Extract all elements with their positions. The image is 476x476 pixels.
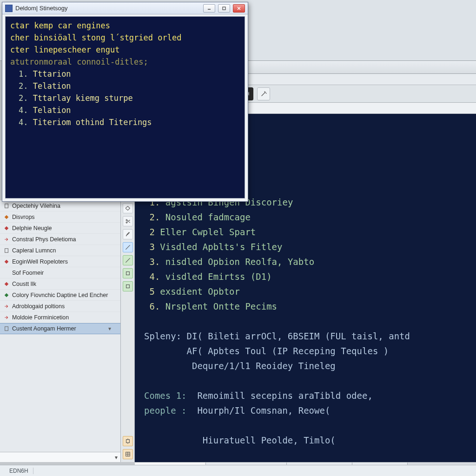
chip-orange-icon[interactable]	[123, 436, 133, 446]
diamond-icon	[4, 281, 9, 287]
line-blue-icon[interactable]	[123, 242, 133, 252]
svg-rect-22	[126, 440, 129, 443]
diamond-icon	[4, 292, 9, 298]
sidebar-item[interactable]: Capleral Lumncn	[0, 245, 120, 256]
status-bar: EDN6H	[0, 465, 476, 476]
sidebar-dropdown[interactable]: ▾	[0, 452, 120, 462]
svg-line-19	[126, 258, 130, 263]
svg-rect-20	[126, 272, 129, 275]
maximize-button[interactable]	[218, 4, 230, 13]
sidebar-item-label: Delphie Neugle	[12, 225, 52, 231]
svg-rect-29	[223, 7, 225, 10]
tool-vertical-strip	[121, 200, 135, 462]
grid-orange-icon[interactable]	[123, 449, 133, 459]
brush-icon[interactable]	[123, 229, 133, 239]
arrow-icon	[4, 315, 9, 320]
sidebar-item-label: Coustt Ilk	[12, 281, 36, 287]
svg-rect-14	[5, 248, 8, 252]
sidebar-item-label: Capleral Lumncn	[12, 247, 56, 254]
doc-icon	[4, 248, 9, 253]
doc-icon	[4, 203, 9, 209]
sidebar-item-label: Constral Phys Deletioma	[12, 236, 76, 243]
sidebar-item[interactable]: Opectehiy Vilehina	[0, 200, 120, 212]
svg-rect-13	[5, 204, 8, 208]
sidebar-item-label: Disvrops	[12, 214, 35, 220]
sidebar-item[interactable]: Disvrops	[0, 212, 120, 223]
close-button[interactable]	[233, 4, 245, 13]
sidebar-item[interactable]: Coustt Ilk	[0, 278, 120, 290]
wand-icon[interactable]	[257, 87, 270, 100]
console-titlebar[interactable]: Deldom| Stinetsogy	[2, 2, 248, 14]
svg-line-18	[126, 245, 130, 250]
sidebar-item-expand-icon[interactable]: ▾	[108, 325, 117, 332]
minimize-button[interactable]	[203, 4, 215, 13]
project-sidebar: Opectehiy Vilehina Disvrops Delphie Neug…	[0, 200, 121, 462]
sidebar-item[interactable]: Colory Fiovnchic Daptine Led Encher	[0, 290, 120, 301]
line-green-icon[interactable]	[123, 255, 133, 265]
diamond-icon	[4, 259, 9, 264]
diamond-icon	[4, 225, 9, 231]
status-mode: EDN6H	[5, 468, 33, 474]
sidebar-item-label: Colory Fiovnchic Daptine Led Encher	[12, 292, 108, 298]
diamond-icon	[4, 214, 9, 220]
sidebar-item-label: Opectehiy Vilehina	[12, 203, 60, 209]
rect-green-icon[interactable]	[123, 281, 133, 291]
sidebar-item-label: Sof Foomeir	[12, 270, 44, 276]
sidebar-item-label: Adroblogaid poltions	[12, 303, 65, 310]
sidebar-item-label: Custent Aongam Hermer	[12, 325, 76, 332]
console-title: Deldom| Stinetsogy	[15, 5, 68, 12]
doc-icon	[4, 326, 9, 331]
sidebar-item[interactable]: Moldoie Forminicetion	[0, 312, 120, 323]
sidebar-item-label: EoginWell Ropeloters	[12, 258, 68, 265]
sidebar-item[interactable]: Custent Aongam Hermer▾	[0, 323, 120, 334]
sidebar-item-label: Moldoie Forminicetion	[12, 314, 69, 321]
arrow-icon	[4, 237, 9, 242]
sidebar-item[interactable]: Delphie Neugle	[0, 223, 120, 234]
sidebar-item[interactable]: Adroblogaid poltions	[0, 301, 120, 312]
svg-rect-15	[5, 327, 8, 331]
console-app-icon	[5, 5, 13, 12]
console-dialog: Deldom| Stinetsogy ctar kemp car engines…	[2, 2, 248, 202]
sidebar-item[interactable]: EoginWell Ropeloters	[0, 256, 120, 267]
sidebar-item[interactable]: Constral Phys Deletioma	[0, 234, 120, 245]
gear-icon	[4, 270, 9, 276]
arrow-icon	[4, 304, 9, 309]
rect-green-icon[interactable]	[123, 268, 133, 278]
svg-rect-21	[126, 285, 129, 288]
sidebar-item[interactable]: Sof Foomeir	[0, 267, 120, 278]
console-output[interactable]: ctar kemp car enginescher binsiöall ston…	[5, 16, 245, 198]
scissors-icon[interactable]	[123, 216, 133, 226]
tag-icon[interactable]	[123, 203, 133, 213]
